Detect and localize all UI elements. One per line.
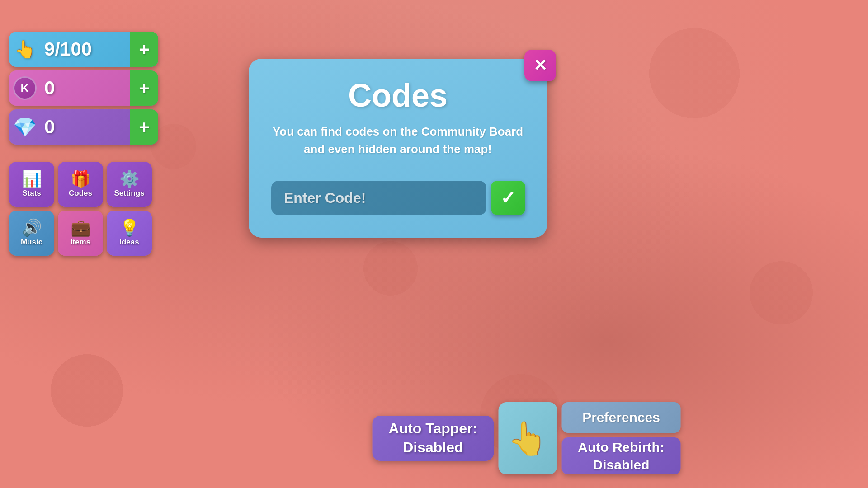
auto-rebirth-label: Auto Rebirth: Disabled: [578, 438, 665, 474]
code-input[interactable]: [271, 181, 486, 215]
items-button[interactable]: 💼 Items: [58, 211, 103, 256]
code-input-row: ✓: [271, 181, 524, 215]
codes-label: Codes: [69, 189, 92, 198]
auto-tapper-button[interactable]: Auto Tapper: Disabled: [373, 416, 494, 461]
stats-icon: 📊: [22, 171, 42, 187]
diamond-icon: 💎: [9, 109, 41, 145]
ideas-label: Ideas: [119, 238, 139, 247]
preferences-label: Preferences: [582, 410, 660, 425]
checkmark-icon: ✓: [500, 188, 516, 208]
diamonds-counter-bar: 💎 0 +: [9, 109, 158, 145]
clicks-value: 9/100: [41, 38, 130, 60]
diamonds-plus-button[interactable]: +: [130, 109, 158, 145]
settings-label: Settings: [114, 189, 144, 198]
right-column: Preferences Auto Rebirth: Disabled: [561, 402, 681, 474]
diamonds-value: 0: [41, 116, 130, 138]
k-currency-counter-bar: K 0 +: [9, 70, 158, 106]
settings-button[interactable]: ⚙️ Settings: [107, 162, 152, 207]
music-icon: 🔊: [22, 220, 42, 236]
preferences-button[interactable]: Preferences: [561, 402, 681, 433]
code-submit-button[interactable]: ✓: [491, 181, 525, 215]
ideas-icon: 💡: [119, 220, 140, 236]
menu-buttons-grid: 📊 Stats 🎁 Codes ⚙️ Settings 🔊 Music 💼 It…: [9, 162, 152, 256]
stats-button[interactable]: 📊 Stats: [9, 162, 54, 207]
settings-icon: ⚙️: [119, 171, 140, 187]
auto-tapper-label: Auto Tapper: Disabled: [389, 419, 478, 457]
stats-label: Stats: [22, 189, 41, 198]
close-button[interactable]: ✕: [524, 50, 556, 81]
items-label: Items: [71, 238, 90, 247]
codes-modal: ✕ Codes You can find codes on the Commun…: [249, 59, 547, 238]
codes-icon: 🎁: [71, 171, 91, 187]
tap-hand-icon: 👆: [507, 419, 548, 458]
tap-icon-button[interactable]: 👆: [498, 402, 557, 474]
music-label: Music: [21, 238, 42, 247]
bottom-panel: Auto Tapper: Disabled 👆 Preferences Auto…: [373, 402, 681, 474]
top-left-panel: 👆 9/100 + K 0 + 💎 0 +: [9, 32, 158, 145]
k-badge-icon: K: [9, 70, 41, 106]
k-currency-value: 0: [41, 77, 130, 99]
music-button[interactable]: 🔊 Music: [9, 211, 54, 256]
ideas-button[interactable]: 💡 Ideas: [107, 211, 152, 256]
clicks-counter-bar: 👆 9/100 +: [9, 32, 158, 67]
hand-icon: 👆: [9, 32, 41, 67]
auto-rebirth-button[interactable]: Auto Rebirth: Disabled: [561, 437, 681, 474]
modal-description: You can find codes on the Community Boar…: [271, 123, 524, 158]
codes-button[interactable]: 🎁 Codes: [58, 162, 103, 207]
modal-title: Codes: [271, 77, 524, 114]
clicks-plus-button[interactable]: +: [130, 32, 158, 67]
items-icon: 💼: [71, 220, 91, 236]
k-currency-plus-button[interactable]: +: [130, 70, 158, 106]
